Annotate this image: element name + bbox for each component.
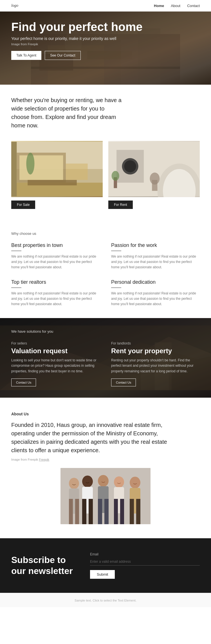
why-item-text-3: We are nothing if not passionate! Real e… xyxy=(111,291,200,307)
living-room-illustration xyxy=(11,141,103,197)
solution-text-0: Looking to sell your home but don't want… xyxy=(11,358,100,374)
svg-rect-46 xyxy=(104,499,109,524)
solution-sublabel-1: For landlords xyxy=(111,341,200,345)
why-divider-1 xyxy=(111,251,121,251)
svg-rect-37 xyxy=(69,499,73,524)
svg-rect-42 xyxy=(89,499,93,524)
team-photo xyxy=(60,468,151,524)
property-card-rent: For Rent xyxy=(108,141,200,209)
about-image-credit: Image from Freepik Freepik xyxy=(11,458,200,461)
newsletter-email-input[interactable] xyxy=(90,558,200,566)
hero-section: Find your perfect home Your perfect home… xyxy=(0,12,211,85)
svg-rect-53 xyxy=(130,499,134,524)
svg-point-43 xyxy=(98,475,109,487)
for-rent-button[interactable]: For Rent xyxy=(108,201,133,209)
why-item-text-0: We are nothing if not passionate! Real e… xyxy=(11,254,100,270)
svg-rect-12 xyxy=(66,164,88,180)
solutions-label: We have solutions for you xyxy=(11,329,200,334)
solution-item-1: For landlords Rent your property Renting… xyxy=(111,341,200,386)
svg-rect-50 xyxy=(120,499,124,524)
about-section: About Us Founded in 2010, Haus group, an… xyxy=(0,398,211,538)
hero-content: Find your perfect home Your perfect home… xyxy=(0,12,211,69)
solutions-grid: For sellers Valuation request Looking to… xyxy=(11,341,200,386)
team-illustration xyxy=(60,468,151,524)
hero-title: Find your perfect home xyxy=(11,21,200,33)
svg-point-35 xyxy=(69,478,79,489)
why-item-title-3: Personal dedication xyxy=(111,279,200,285)
about-label: About Us xyxy=(11,412,200,416)
why-item-2: Top tier realtors We are nothing if not … xyxy=(11,279,100,307)
why-divider-2 xyxy=(11,287,21,288)
freepik-link[interactable]: Freepik xyxy=(39,458,49,461)
property-cards-section: For Sale xyxy=(0,135,211,220)
solutions-section: We have solutions for you For sellers Va… xyxy=(0,318,211,398)
nav-about[interactable]: About xyxy=(171,4,180,8)
why-item-text-1: We are nothing if not passionate! Real e… xyxy=(111,254,200,270)
why-item-title-2: Top tier realtors xyxy=(11,279,100,285)
newsletter-title: Subscribe to our newsletter xyxy=(11,555,73,576)
why-item-text-2: We are nothing if not passionate! Real e… xyxy=(11,291,100,307)
solution-title-1: Rent your property xyxy=(111,347,200,355)
why-grid: Best properties in town We are nothing i… xyxy=(11,242,200,307)
why-item-0: Best properties in town We are nothing i… xyxy=(11,242,100,270)
intro-section: Whether you're buying or renting, we hav… xyxy=(0,85,211,135)
talk-to-agent-button[interactable]: Talk To Agent xyxy=(11,51,41,60)
property-image-sale xyxy=(11,141,103,197)
nav-contact[interactable]: Contact xyxy=(187,4,200,8)
property-image-rent xyxy=(108,141,200,197)
newsletter-section: Subscribe to our newsletter Email Submit xyxy=(0,538,211,593)
property-card-sale: For Sale xyxy=(11,141,103,209)
contact-us-button-sellers[interactable]: Contact Us xyxy=(11,379,36,386)
contact-us-button-landlords[interactable]: Contact Us xyxy=(111,379,136,386)
nav-home[interactable]: Home xyxy=(154,4,164,8)
svg-point-27 xyxy=(150,173,160,185)
solutions-content: We have solutions for you For sellers Va… xyxy=(11,329,200,386)
navbar: logo Home About Contact xyxy=(0,0,211,12)
why-divider-3 xyxy=(111,287,121,288)
solution-item-0: For sellers Valuation request Looking to… xyxy=(11,341,100,386)
svg-point-15 xyxy=(26,153,34,175)
why-item-title-1: Passion for the work xyxy=(111,242,200,248)
solution-sublabel-0: For sellers xyxy=(11,341,100,345)
footer-text: Sample text. Click to select the Text El… xyxy=(75,599,136,602)
svg-rect-45 xyxy=(98,499,102,524)
svg-rect-16 xyxy=(11,142,17,196)
solution-title-0: Valuation request xyxy=(11,347,100,355)
why-item-3: Personal dedication We are nothing if no… xyxy=(111,279,200,307)
newsletter-email-label: Email xyxy=(90,552,200,556)
logo: logo xyxy=(11,3,18,8)
why-item-title-0: Best properties in town xyxy=(11,242,100,248)
why-section: Why choose us Best properties in town We… xyxy=(0,220,211,318)
footer: Sample text. Click to select the Text El… xyxy=(0,593,211,607)
svg-point-25 xyxy=(112,171,119,181)
svg-point-47 xyxy=(114,476,124,488)
see-our-contact-button[interactable]: See Our Contact xyxy=(45,51,80,60)
intro-text: Whether you're buying or renting, we hav… xyxy=(11,96,124,130)
why-label: Why choose us xyxy=(11,231,200,236)
svg-rect-11 xyxy=(19,155,63,180)
hero-image-credit: Image from Freepik xyxy=(11,42,200,46)
why-divider-0 xyxy=(11,251,21,251)
hero-buttons: Talk To Agent See Our Contact xyxy=(11,51,200,60)
svg-rect-38 xyxy=(75,499,79,524)
svg-point-23 xyxy=(124,160,136,172)
solution-text-1: Renting out your property shouldn't be h… xyxy=(111,358,200,374)
nav-links: Home About Contact xyxy=(154,4,200,8)
newsletter-form: Email Submit xyxy=(90,552,200,579)
newsletter-submit-button[interactable]: Submit xyxy=(90,570,115,579)
svg-rect-14 xyxy=(28,180,77,185)
svg-rect-54 xyxy=(136,499,140,524)
property-grid: For Sale xyxy=(0,135,211,220)
svg-point-39 xyxy=(82,476,93,487)
svg-point-51 xyxy=(130,477,140,488)
why-item-1: Passion for the work We are nothing if n… xyxy=(111,242,200,270)
svg-rect-49 xyxy=(114,499,118,524)
about-text: Founded in 2010, Haus group, an innovati… xyxy=(11,421,180,454)
svg-rect-41 xyxy=(82,499,86,524)
luxury-room-illustration xyxy=(108,141,200,197)
hero-subtitle: Your perfect home is our priority, make … xyxy=(11,36,200,41)
for-sale-button[interactable]: For Sale xyxy=(11,201,35,209)
